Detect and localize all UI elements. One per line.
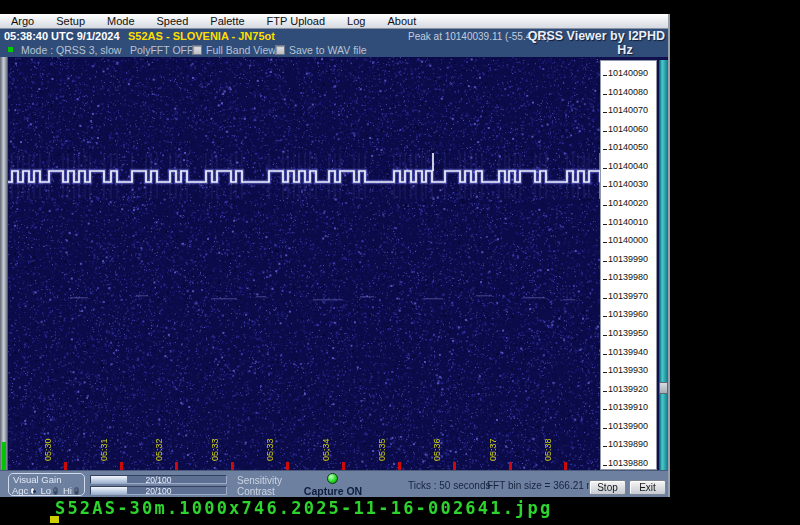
menu-item-palette[interactable]: Palette	[199, 14, 255, 29]
radio-hi[interactable]	[74, 487, 79, 495]
sensitivity-slider[interactable]: 20/100	[90, 475, 227, 484]
freq-label: 10139990	[608, 254, 648, 264]
time-tick-label: 05:37	[488, 431, 498, 461]
mode-bar: Mode : QRSS 3, slow PolyFFT OFF Full Ban…	[0, 43, 668, 57]
frequency-unit-label: Hz	[600, 43, 650, 57]
freq-label: 10139980	[608, 272, 648, 282]
menu-item-ftp-upload[interactable]: FTP Upload	[256, 14, 337, 29]
exit-button[interactable]: Exit	[629, 480, 666, 495]
time-tick-label: 05:32	[154, 431, 164, 461]
status-bar: 05:38:40 UTC 9/1/2024 S52AS - SLOVENIA -…	[0, 29, 668, 43]
radio-agc[interactable]	[30, 487, 35, 495]
time-tick-mark	[453, 462, 456, 470]
radio-label-lo: Lo	[40, 485, 51, 496]
control-bar: Visual Gain AgcLoHi 20/100 20/100 Sensit…	[0, 470, 668, 497]
time-tick-mark	[509, 462, 512, 470]
visual-gain-radios: AgcLoHi	[12, 485, 84, 496]
freq-label: 10140020	[608, 198, 648, 208]
time-tick-mark	[564, 462, 567, 470]
radio-label-agc: Agc	[12, 485, 28, 496]
radio-label-hi: Hi	[63, 485, 72, 496]
save-to-wav-checkbox[interactable]	[275, 45, 285, 55]
freq-label: 10140060	[608, 124, 648, 134]
station-callsign: S52AS - SLOVENIA - JN75ot	[128, 30, 275, 42]
terminal-strip: S52AS-30m.1000x746.2025-11-16-002641.jpg	[0, 497, 800, 525]
time-tick-mark	[398, 462, 401, 470]
freq-label: 10140090	[608, 68, 648, 78]
freq-label: 10139970	[608, 291, 648, 301]
sensitivity-value: 20/100	[91, 476, 226, 483]
argo-window: ArgoSetupModeSpeedPaletteFTP UploadLogAb…	[0, 14, 670, 497]
waterfall-area: 05:3005:3105:3205:3305:3305:3405:3505:36…	[0, 57, 668, 470]
ticks-info: Ticks : 50 seconds	[408, 480, 490, 491]
time-tick-label: 05:34	[321, 431, 331, 461]
freq-label: 10140050	[608, 142, 648, 152]
freq-label: 10140000	[608, 235, 648, 245]
waterfall-display	[8, 57, 600, 470]
time-tick-label: 05:35	[377, 431, 387, 461]
sensitivity-label: Sensitivity	[237, 475, 282, 486]
menu-item-setup[interactable]: Setup	[45, 14, 96, 29]
time-tick-mark	[342, 462, 345, 470]
freq-label: 10139910	[608, 402, 648, 412]
freq-label: 10139890	[608, 439, 648, 449]
mode-indicator-icon	[8, 47, 13, 52]
full-band-view-checkbox[interactable]	[192, 45, 202, 55]
time-tick-mark	[231, 462, 234, 470]
frequency-scale: 1014010010140090101400801014007010140060…	[600, 60, 657, 470]
freq-label: 10140040	[608, 161, 648, 171]
capture-progress-bar	[2, 442, 6, 470]
radio-lo[interactable]	[53, 487, 58, 495]
freq-label: 10139960	[608, 309, 648, 319]
menu-item-speed[interactable]: Speed	[146, 14, 200, 29]
contrast-value: 20/100	[91, 487, 226, 494]
menu-item-about[interactable]: About	[376, 14, 427, 29]
freq-label: 10139880	[608, 458, 648, 468]
time-tick-mark	[175, 462, 178, 470]
terminal-cursor-icon	[50, 516, 59, 523]
utc-datetime: 05:38:40 UTC 9/1/2024	[4, 30, 120, 42]
time-tick-mark	[286, 462, 289, 470]
freq-label: 10139930	[608, 365, 648, 375]
freq-label: 10140030	[608, 179, 648, 189]
menu-item-argo[interactable]: Argo	[0, 14, 45, 29]
contrast-slider[interactable]: 20/100	[90, 486, 227, 495]
app-title: QRSS Viewer by I2PHD	[528, 29, 665, 43]
save-to-wav-label: Save to WAV file	[289, 44, 367, 56]
stop-button[interactable]: Stop	[589, 480, 626, 495]
freq-label: 10140070	[608, 105, 648, 115]
scrollbar-thumb[interactable]	[659, 382, 668, 394]
menu-bar: ArgoSetupModeSpeedPaletteFTP UploadLogAb…	[0, 14, 668, 29]
time-tick-label: 05:36	[432, 431, 442, 461]
freq-label: 10139920	[608, 384, 648, 394]
freq-label: 10139900	[608, 421, 648, 431]
menu-item-mode[interactable]: Mode	[96, 14, 146, 29]
freq-label: 10139950	[608, 328, 648, 338]
time-tick-mark	[64, 462, 67, 470]
frequency-scrollbar[interactable]	[659, 60, 668, 470]
freq-label: 10140080	[608, 87, 648, 97]
full-band-view-label: Full Band View	[206, 44, 276, 56]
contrast-label: Contrast	[237, 486, 275, 497]
time-tick-mark	[120, 462, 123, 470]
capture-led-icon	[327, 473, 338, 484]
screen: ArgoSetupModeSpeedPaletteFTP UploadLogAb…	[0, 0, 800, 525]
mode-readout: Mode : QRSS 3, slow	[21, 44, 121, 56]
time-tick-label: 05:31	[99, 431, 109, 461]
freq-label: 10140010	[608, 217, 648, 227]
visual-gain-label: Visual Gain	[13, 474, 61, 485]
polyfft-status: PolyFFT OFF	[130, 44, 193, 56]
left-frame	[0, 57, 8, 470]
time-tick-label: 05:30	[43, 431, 53, 461]
capture-status: Capture ON	[302, 485, 364, 497]
freq-label: 10139940	[608, 347, 648, 357]
menu-item-log[interactable]: Log	[336, 14, 376, 29]
time-tick-label: 05:33	[265, 431, 275, 461]
time-tick-label: 05:33	[210, 431, 220, 461]
visual-gain-group: Visual Gain AgcLoHi	[8, 473, 85, 496]
time-tick-label: 05:38	[543, 431, 553, 461]
saved-filename: S52AS-30m.1000x746.2025-11-16-002641.jpg	[55, 498, 552, 518]
